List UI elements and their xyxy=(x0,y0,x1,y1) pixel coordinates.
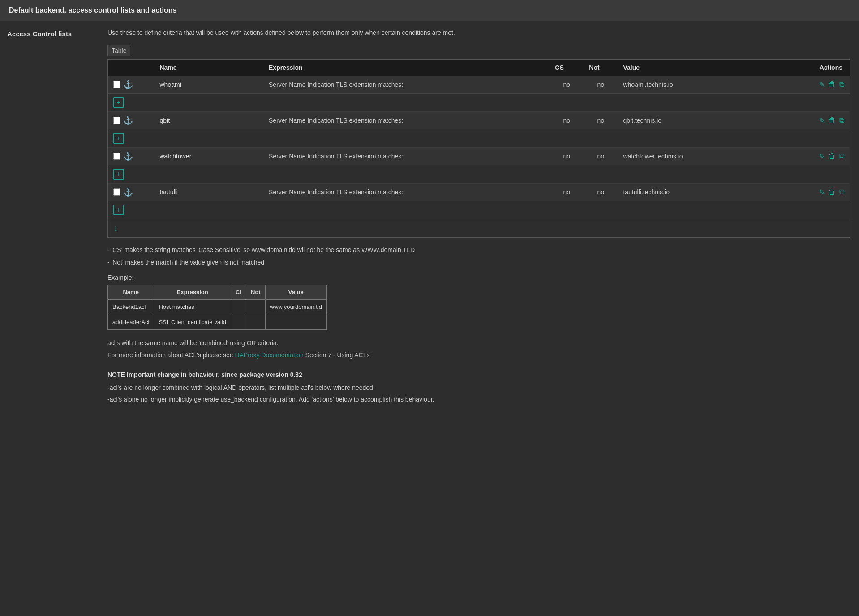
description-text: Use these to define criteria that will b… xyxy=(107,28,850,38)
row-expression: Server Name Indication TLS extension mat… xyxy=(263,76,550,94)
note-line1: -acl's are no longer combined with logic… xyxy=(107,383,850,393)
table-row: ⚓ tautulli Server Name Indication TLS ex… xyxy=(108,184,850,201)
row-not: no xyxy=(584,76,618,94)
anchor-icon: ⚓ xyxy=(123,80,133,90)
row-controls-cell: ⚓ xyxy=(108,184,155,201)
copy-icon[interactable]: ⧉ xyxy=(839,152,844,161)
col-header-name: Name xyxy=(155,60,264,76)
panel-body: Access Control lists Use these to define… xyxy=(0,21,859,413)
row-checkbox[interactable] xyxy=(113,153,120,160)
col-header-checkbox xyxy=(108,60,155,76)
example-row-ci xyxy=(231,300,246,315)
example-row-not xyxy=(246,300,265,315)
copy-icon[interactable]: ⧉ xyxy=(839,188,844,197)
anchor-icon: ⚓ xyxy=(123,151,133,161)
combined-note: acl's with the same name will be 'combin… xyxy=(107,338,850,349)
delete-icon[interactable]: 🗑 xyxy=(829,188,836,197)
table-row: ⚓ whoami Server Name Indication TLS exte… xyxy=(108,76,850,94)
table-row: ⚓ qbit Server Name Indication TLS extens… xyxy=(108,112,850,129)
table-add-row: + xyxy=(108,201,850,219)
table-add-row: + xyxy=(108,129,850,148)
col-header-expression: Expression xyxy=(263,60,550,76)
row-name: tautulli xyxy=(155,184,264,201)
section-label: Access Control lists xyxy=(0,21,99,413)
row-value: whoami.technis.io xyxy=(618,76,768,94)
col-header-not: Not xyxy=(584,60,618,76)
example-row-ci xyxy=(231,315,246,329)
example-table-body: Backend1acl Host matches www.yourdomain.… xyxy=(108,300,327,329)
add-button-4[interactable]: + xyxy=(113,205,124,215)
edit-icon[interactable]: ✎ xyxy=(819,116,825,125)
page-container: Default backend, access control lists an… xyxy=(0,0,859,616)
example-table-header: Name Expression CI Not Value xyxy=(108,285,327,300)
row-not: no xyxy=(584,112,618,129)
add-btn-cell-1: + xyxy=(108,94,850,112)
notes-section: - 'CS' makes the string matches 'Case Se… xyxy=(107,245,850,330)
panel-header: Default backend, access control lists an… xyxy=(0,0,859,21)
row-value: tautulli.technis.io xyxy=(618,184,768,201)
add-button-2[interactable]: + xyxy=(113,133,124,144)
table-body: ⚓ whoami Server Name Indication TLS exte… xyxy=(108,76,850,237)
example-row-value: www.yourdomain.tld xyxy=(265,300,326,315)
add-button-1[interactable]: + xyxy=(113,97,124,108)
info-block: acl's with the same name will be 'combin… xyxy=(107,338,850,361)
table-add-row: + xyxy=(108,94,850,112)
row-expression: Server Name Indication TLS extension mat… xyxy=(263,112,550,129)
move-down-icon[interactable]: ↓ xyxy=(113,223,118,233)
row-checkbox[interactable] xyxy=(113,117,120,124)
example-row-expression: SSL Client certificate valid xyxy=(154,315,231,329)
row-not: no xyxy=(584,148,618,165)
move-icon-cell: ↓ xyxy=(108,219,850,237)
delete-icon[interactable]: 🗑 xyxy=(829,116,836,125)
add-btn-cell-3: + xyxy=(108,165,850,184)
note-block: NOTE Important change in behaviour, sinc… xyxy=(107,370,850,404)
table-label: Table xyxy=(107,45,130,56)
col-header-value: Value xyxy=(618,60,768,76)
add-btn-cell-2: + xyxy=(108,129,850,148)
row-name: watchtower xyxy=(155,148,264,165)
example-row-expression: Host matches xyxy=(154,300,231,315)
add-button-3[interactable]: + xyxy=(113,169,124,180)
example-label: Example: xyxy=(107,273,850,283)
haproxy-doc-link[interactable]: HAProxy Documentation xyxy=(235,351,303,359)
col-header-actions: Actions xyxy=(768,60,850,76)
row-controls-cell: ⚓ xyxy=(108,148,155,165)
example-row-not xyxy=(246,315,265,329)
example-row: Backend1acl Host matches www.yourdomain.… xyxy=(108,300,327,315)
copy-icon[interactable]: ⧉ xyxy=(839,116,844,125)
example-row-name: Backend1acl xyxy=(108,300,154,315)
row-checkbox[interactable] xyxy=(113,81,120,88)
row-not: no xyxy=(584,184,618,201)
col-header-cs: CS xyxy=(550,60,584,76)
row-cs: no xyxy=(550,184,584,201)
copy-icon[interactable]: ⧉ xyxy=(839,81,844,89)
edit-icon[interactable]: ✎ xyxy=(819,152,825,161)
more-info: For more information about ACL's please … xyxy=(107,350,850,361)
row-name: qbit xyxy=(155,112,264,129)
table-add-row: + xyxy=(108,165,850,184)
example-col-name: Name xyxy=(108,285,154,300)
edit-icon[interactable]: ✎ xyxy=(819,81,825,89)
acl-table-wrapper: Name Expression CS Not Value Actions xyxy=(107,59,850,238)
example-row-name: addHeaderAcl xyxy=(108,315,154,329)
example-col-value: Value xyxy=(265,285,326,300)
delete-icon[interactable]: 🗑 xyxy=(829,81,836,89)
row-cs: no xyxy=(550,112,584,129)
edit-icon[interactable]: ✎ xyxy=(819,188,825,197)
not-note: - 'Not' makes the match if the value giv… xyxy=(107,257,850,268)
more-info-suffix: Section 7 - Using ACLs xyxy=(304,351,370,359)
row-actions-cell: ✎ 🗑 ⧉ xyxy=(768,76,850,94)
row-value: qbit.technis.io xyxy=(618,112,768,129)
example-table: Name Expression CI Not Value Backend1acl… xyxy=(107,285,327,329)
delete-icon[interactable]: 🗑 xyxy=(829,152,836,161)
acl-table: Name Expression CS Not Value Actions xyxy=(108,60,850,237)
row-checkbox[interactable] xyxy=(113,188,120,196)
row-value: watchtower.technis.io xyxy=(618,148,768,165)
row-actions-cell: ✎ 🗑 ⧉ xyxy=(768,148,850,165)
example-col-expression: Expression xyxy=(154,285,231,300)
right-content: Use these to define criteria that will b… xyxy=(99,21,859,413)
anchor-icon: ⚓ xyxy=(123,116,133,125)
cs-note: - 'CS' makes the string matches 'Case Se… xyxy=(107,245,850,256)
row-controls-cell: ⚓ xyxy=(108,112,155,129)
row-expression: Server Name Indication TLS extension mat… xyxy=(263,184,550,201)
